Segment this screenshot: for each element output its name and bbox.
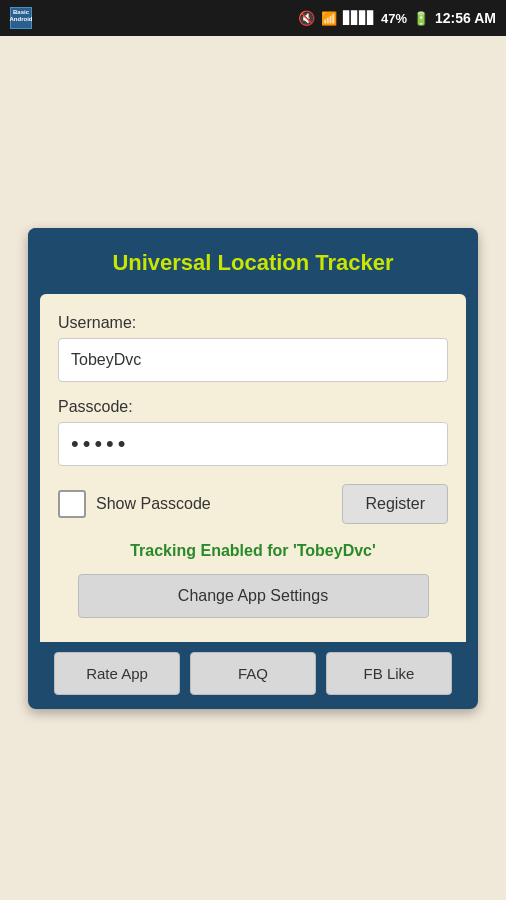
passcode-group: Passcode: <box>58 398 448 466</box>
signal-icon: ▋▋▋▋ <box>343 11 375 25</box>
username-label: Username: <box>58 314 448 332</box>
app-card: Universal Location Tracker Username: Pas… <box>28 228 478 709</box>
show-passcode-left: Show Passcode <box>58 490 211 518</box>
status-left: Basic Android <box>10 7 32 29</box>
passcode-label: Passcode: <box>58 398 448 416</box>
username-input[interactable] <box>58 338 448 382</box>
wifi-icon: 📶 <box>321 11 337 26</box>
change-settings-row: Change App Settings <box>58 574 448 618</box>
status-bar: Basic Android 🔇 📶 ▋▋▋▋ 47% 🔋 12:56 AM <box>0 0 506 36</box>
change-settings-button[interactable]: Change App Settings <box>78 574 429 618</box>
battery-percent: 47% <box>381 11 407 26</box>
tracking-status: Tracking Enabled for 'TobeyDvc' <box>58 542 448 560</box>
status-right: 🔇 📶 ▋▋▋▋ 47% 🔋 12:56 AM <box>298 10 496 26</box>
main-content: Universal Location Tracker Username: Pas… <box>0 36 506 900</box>
mute-icon: 🔇 <box>298 10 315 26</box>
rate-app-button[interactable]: Rate App <box>54 652 180 695</box>
show-passcode-checkbox[interactable] <box>58 490 86 518</box>
app-icon: Basic Android <box>10 7 32 29</box>
passcode-input[interactable] <box>58 422 448 466</box>
tracking-text: Tracking Enabled for 'TobeyDvc' <box>130 542 376 559</box>
bottom-buttons: Rate App FAQ FB Like <box>40 642 466 709</box>
card-body: Username: Passcode: Show Passcode Regist… <box>40 294 466 642</box>
fb-like-button[interactable]: FB Like <box>326 652 452 695</box>
battery-icon: 🔋 <box>413 11 429 26</box>
app-title: Universal Location Tracker <box>112 250 393 275</box>
faq-button[interactable]: FAQ <box>190 652 316 695</box>
clock: 12:56 AM <box>435 10 496 26</box>
username-group: Username: <box>58 314 448 382</box>
show-passcode-row: Show Passcode Register <box>58 484 448 524</box>
register-button[interactable]: Register <box>342 484 448 524</box>
card-header: Universal Location Tracker <box>28 228 478 294</box>
show-passcode-label: Show Passcode <box>96 495 211 513</box>
